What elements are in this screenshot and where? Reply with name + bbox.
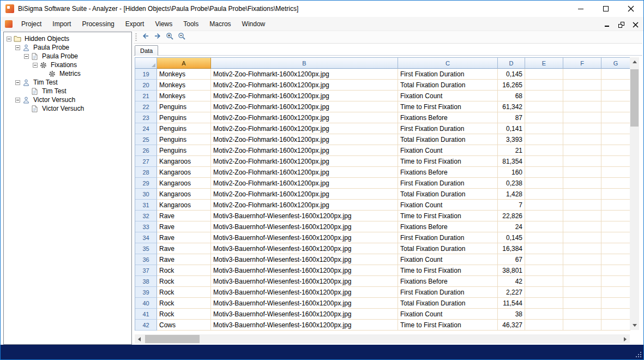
cell-D22[interactable]: 61,342 — [498, 101, 525, 112]
row-header-37[interactable]: 37 — [135, 265, 157, 276]
cell-C23[interactable]: Fixations Before — [398, 112, 498, 123]
cell-E31[interactable] — [525, 200, 563, 211]
row-header-42[interactable]: 42 — [135, 320, 157, 331]
cell-G42[interactable] — [601, 320, 630, 331]
cell-C32[interactable]: Time to First Fixation — [398, 211, 498, 221]
cell-C33[interactable]: Fixations Before — [398, 221, 498, 232]
cell-A31[interactable]: Kangaroos — [157, 200, 211, 211]
cell-D33[interactable]: 24 — [498, 221, 525, 232]
row-header-34[interactable]: 34 — [135, 232, 157, 243]
menu-item-window[interactable]: Window — [237, 18, 271, 30]
cell-F31[interactable] — [563, 200, 601, 211]
cell-E30[interactable] — [525, 189, 563, 200]
cell-A30[interactable]: Kangaroos — [157, 189, 211, 200]
cell-E37[interactable] — [525, 265, 563, 276]
column-header-A[interactable]: A — [157, 58, 211, 69]
cell-C20[interactable]: Total Fixation Duration — [398, 80, 498, 91]
cell-G27[interactable] — [601, 156, 630, 167]
row-header-19[interactable]: 19 — [135, 69, 157, 80]
row-header-32[interactable]: 32 — [135, 211, 157, 221]
menu-item-import[interactable]: Import — [47, 18, 76, 30]
cell-F19[interactable] — [563, 69, 601, 80]
cell-F35[interactable] — [563, 243, 601, 254]
cell-D27[interactable]: 81,354 — [498, 156, 525, 167]
cell-E42[interactable] — [525, 320, 563, 331]
cell-B42[interactable]: Motiv3-Bauernhof-Wiesenfest-1600x1200px.… — [211, 320, 398, 331]
cell-C39[interactable]: First Fixation Duration — [398, 287, 498, 298]
cell-A42[interactable]: Cows — [157, 320, 211, 331]
mdi-restore-button[interactable] — [617, 20, 625, 28]
column-header-E[interactable]: E — [525, 58, 563, 69]
column-header-B[interactable]: B — [211, 58, 398, 69]
cell-G26[interactable] — [601, 145, 630, 156]
vertical-scrollbar-thumb[interactable] — [630, 69, 639, 127]
cell-G23[interactable] — [601, 112, 630, 123]
cell-B27[interactable]: Motiv2-Zoo-Flohmarkt-1600x1200px.jpg — [211, 156, 398, 167]
cell-E40[interactable] — [525, 298, 563, 309]
row-header-29[interactable]: 29 — [135, 178, 157, 189]
row-header-24[interactable]: 24 — [135, 123, 157, 134]
cell-G30[interactable] — [601, 189, 630, 200]
cell-G20[interactable] — [601, 80, 630, 91]
cell-F25[interactable] — [563, 134, 601, 145]
menu-item-export[interactable]: Export — [120, 18, 150, 30]
cell-E25[interactable] — [525, 134, 563, 145]
cell-F39[interactable] — [563, 287, 601, 298]
cell-C31[interactable]: Fixation Count — [398, 200, 498, 211]
cell-G21[interactable] — [601, 91, 630, 101]
cell-G34[interactable] — [601, 232, 630, 243]
cell-F36[interactable] — [563, 254, 601, 265]
row-header-31[interactable]: 31 — [135, 200, 157, 211]
cell-A41[interactable]: Rock — [157, 309, 211, 320]
cell-D29[interactable]: 0,238 — [498, 178, 525, 189]
zoom-out-button[interactable] — [176, 32, 188, 43]
cell-A26[interactable]: Penguins — [157, 145, 211, 156]
cell-F33[interactable] — [563, 221, 601, 232]
scroll-down-button[interactable] — [630, 321, 639, 330]
cell-F32[interactable] — [563, 211, 601, 221]
row-header-35[interactable]: 35 — [135, 243, 157, 254]
cell-E19[interactable] — [525, 69, 563, 80]
cell-G39[interactable] — [601, 287, 630, 298]
cell-F40[interactable] — [563, 298, 601, 309]
cell-B41[interactable]: Motiv3-Bauernhof-Wiesenfest-1600x1200px.… — [211, 309, 398, 320]
cell-G19[interactable] — [601, 69, 630, 80]
row-header-27[interactable]: 27 — [135, 156, 157, 167]
collapse-expander-icon[interactable] — [15, 80, 20, 85]
cell-F38[interactable] — [563, 276, 601, 287]
cell-E23[interactable] — [525, 112, 563, 123]
cell-E39[interactable] — [525, 287, 563, 298]
cell-A28[interactable]: Kangaroos — [157, 167, 211, 178]
cell-E32[interactable] — [525, 211, 563, 221]
cell-G32[interactable] — [601, 211, 630, 221]
select-all-corner[interactable] — [135, 58, 157, 69]
cell-E20[interactable] — [525, 80, 563, 91]
cell-B24[interactable]: Motiv2-Zoo-Flohmarkt-1600x1200px.jpg — [211, 123, 398, 134]
cell-C24[interactable]: First Fixation Duration — [398, 123, 498, 134]
column-header-F[interactable]: F — [563, 58, 601, 69]
vertical-scrollbar[interactable] — [630, 57, 639, 330]
cell-D28[interactable]: 160 — [498, 167, 525, 178]
cell-B23[interactable]: Motiv2-Zoo-Flohmarkt-1600x1200px.jpg — [211, 112, 398, 123]
column-header-D[interactable]: D — [498, 58, 525, 69]
tab-data[interactable]: Data — [135, 45, 158, 56]
cell-F34[interactable] — [563, 232, 601, 243]
cell-F37[interactable] — [563, 265, 601, 276]
cell-G22[interactable] — [601, 101, 630, 112]
cell-A21[interactable]: Monkeys — [157, 91, 211, 101]
row-header-28[interactable]: 28 — [135, 167, 157, 178]
row-header-20[interactable]: 20 — [135, 80, 157, 91]
cell-G24[interactable] — [601, 123, 630, 134]
cell-D30[interactable]: 1,428 — [498, 189, 525, 200]
cell-B39[interactable]: Motiv3-Bauernhof-Wiesenfest-1600x1200px.… — [211, 287, 398, 298]
cell-E21[interactable] — [525, 91, 563, 101]
collapse-expander-icon[interactable] — [24, 54, 29, 59]
resize-grip-icon[interactable] — [635, 351, 642, 358]
cell-B40[interactable]: Motiv3-Bauernhof-Wiesenfest-1600x1200px.… — [211, 298, 398, 309]
cell-C19[interactable]: First Fixation Duration — [398, 69, 498, 80]
cell-G40[interactable] — [601, 298, 630, 309]
menu-item-tools[interactable]: Tools — [178, 18, 204, 30]
cell-D32[interactable]: 22,826 — [498, 211, 525, 221]
row-header-26[interactable]: 26 — [135, 145, 157, 156]
cell-A29[interactable]: Kangaroos — [157, 178, 211, 189]
